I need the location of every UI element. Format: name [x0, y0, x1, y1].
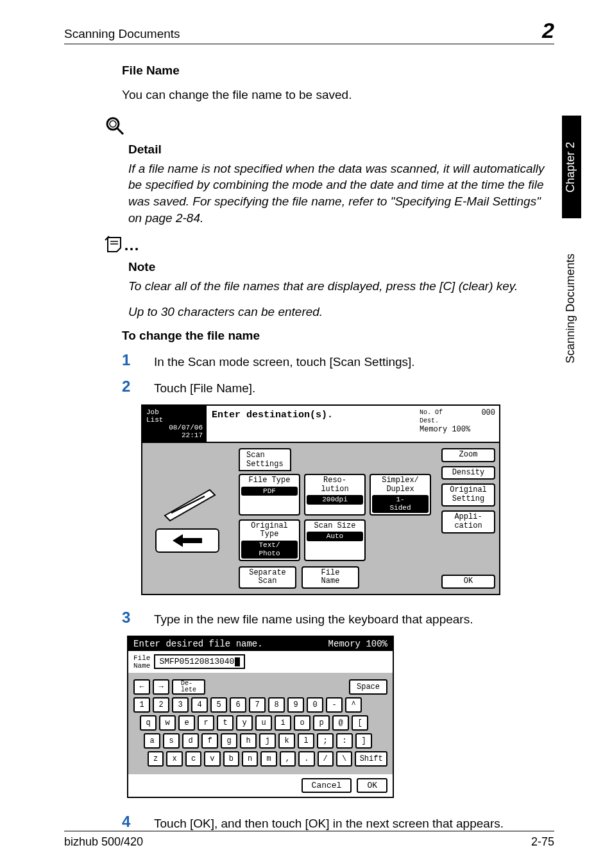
key-\[interactable]: \ [336, 751, 352, 767]
step-number: 3 [122, 609, 136, 626]
left-arrow-key[interactable]: ← [133, 679, 150, 695]
key-a[interactable]: a [144, 733, 160, 749]
detail-heading: Detail [128, 143, 554, 157]
note-heading: Note [128, 260, 554, 274]
key-][interactable]: ] [355, 733, 372, 749]
file-type-button[interactable]: File Type PDF [239, 474, 300, 516]
scan-settings-tab[interactable]: Scan Settings [239, 448, 291, 471]
key-h[interactable]: h [240, 733, 257, 749]
key-i[interactable]: i [275, 715, 291, 731]
key-@[interactable]: @ [332, 715, 349, 731]
key-;[interactable]: ; [317, 733, 334, 749]
key-g[interactable]: g [221, 733, 237, 749]
step-text: Touch [File Name]. [154, 378, 554, 397]
running-head-title: Scanning Documents [64, 27, 180, 41]
key-j[interactable]: j [259, 733, 276, 749]
job-list-button[interactable]: Job List 08/07/06 22:17 [142, 406, 207, 442]
svg-point-0 [107, 118, 119, 130]
key-.[interactable]: . [298, 751, 314, 767]
scan-size-button[interactable]: Scan Size Auto [304, 519, 366, 561]
note-icon [104, 235, 142, 254]
key-5[interactable]: 5 [210, 697, 227, 713]
simplex-duplex-button[interactable]: Simplex/ Duplex 1- Sided [370, 474, 431, 516]
key-:[interactable]: : [336, 733, 353, 749]
keyboard-memory: Memory 100% [328, 639, 387, 649]
footer-page: 2-75 [531, 835, 554, 849]
file-name-heading: File Name [122, 64, 554, 78]
key-t[interactable]: t [217, 715, 234, 731]
delete-key[interactable]: De- lete [172, 679, 205, 695]
step-number: 2 [122, 378, 136, 395]
back-arrow-button[interactable] [155, 528, 219, 553]
key-r[interactable]: r [198, 715, 214, 731]
keyboard-prompt: Enter desired file name. [133, 639, 263, 649]
key-4[interactable]: 4 [191, 697, 208, 713]
key-8[interactable]: 8 [268, 697, 285, 713]
key-9[interactable]: 9 [287, 697, 304, 713]
key-x[interactable]: x [166, 751, 182, 767]
key-n[interactable]: n [242, 751, 258, 767]
key-Shift[interactable]: Shift [355, 751, 387, 767]
key-2[interactable]: 2 [153, 697, 169, 713]
key-e[interactable]: e [178, 715, 195, 731]
key-m[interactable]: m [260, 751, 276, 767]
ok-button[interactable]: OK [441, 575, 495, 589]
key--[interactable]: - [326, 697, 343, 713]
status-area: No. Of Dest. 000 Memory 100% [416, 406, 499, 442]
ok-button[interactable]: OK [357, 778, 387, 793]
density-button[interactable]: Density [441, 466, 495, 480]
separate-scan-button[interactable]: Separate Scan [239, 566, 296, 589]
step-text: Type in the new file name using the keyb… [154, 609, 554, 628]
file-name-field[interactable]: SMFP05120813040 [154, 654, 245, 669]
page-icon [158, 483, 216, 522]
key-k[interactable]: k [278, 733, 295, 749]
key-o[interactable]: o [294, 715, 310, 731]
original-type-button[interactable]: Original Type Text/ Photo [239, 519, 300, 561]
key-0[interactable]: 0 [307, 697, 323, 713]
scan-settings-screen: Job List 08/07/06 22:17 Enter destinatio… [141, 404, 500, 595]
key-d[interactable]: d [182, 733, 199, 749]
key-v[interactable]: v [204, 751, 220, 767]
key-^[interactable]: ^ [345, 697, 362, 713]
original-setting-button[interactable]: Original Setting [441, 483, 495, 507]
detail-body: If a file name is not specified when the… [128, 161, 554, 227]
svg-point-5 [125, 248, 128, 250]
key-6[interactable]: 6 [230, 697, 246, 713]
step-number: 4 [122, 813, 136, 830]
resolution-button[interactable]: Reso- lution 200dpi [304, 474, 366, 516]
destination-prompt: Enter destination(s). [207, 406, 416, 442]
file-name-button[interactable]: File Name [302, 566, 359, 589]
detail-block: Detail If a file name is not specified w… [109, 115, 554, 227]
key-l[interactable]: l [298, 733, 314, 749]
svg-point-7 [135, 248, 138, 250]
key-7[interactable]: 7 [249, 697, 266, 713]
step-text: In the Scan mode screen, touch [Scan Set… [154, 352, 554, 370]
key-c[interactable]: c [185, 751, 201, 767]
page-footer: bizhub 500/420 2-75 [64, 831, 554, 849]
cancel-button[interactable]: Cancel [302, 778, 352, 793]
key-u[interactable]: u [255, 715, 272, 731]
note-body1: To clear all of the file names that are … [128, 278, 554, 295]
right-arrow-key[interactable]: → [153, 679, 169, 695]
key-s[interactable]: s [163, 733, 180, 749]
key-/[interactable]: / [318, 751, 334, 767]
application-button[interactable]: Appli- cation [441, 510, 495, 534]
key-3[interactable]: 3 [172, 697, 189, 713]
key-q[interactable]: q [140, 715, 157, 731]
zoom-button[interactable]: Zoom [441, 448, 495, 462]
key-1[interactable]: 1 [133, 697, 150, 713]
detail-icon [104, 115, 126, 137]
key-p[interactable]: p [313, 715, 330, 731]
svg-marker-10 [173, 534, 202, 547]
key-,[interactable]: , [280, 751, 296, 767]
space-key[interactable]: Space [349, 679, 387, 695]
key-z[interactable]: z [148, 751, 164, 767]
key-y[interactable]: y [236, 715, 253, 731]
svg-point-6 [130, 248, 133, 250]
keyboard-screen: Enter desired file name. Memory 100% Fil… [127, 636, 394, 798]
step-number: 1 [122, 352, 136, 369]
key-[[interactable]: [ [352, 715, 368, 731]
key-w[interactable]: w [159, 715, 176, 731]
key-f[interactable]: f [201, 733, 218, 749]
key-b[interactable]: b [223, 751, 239, 767]
